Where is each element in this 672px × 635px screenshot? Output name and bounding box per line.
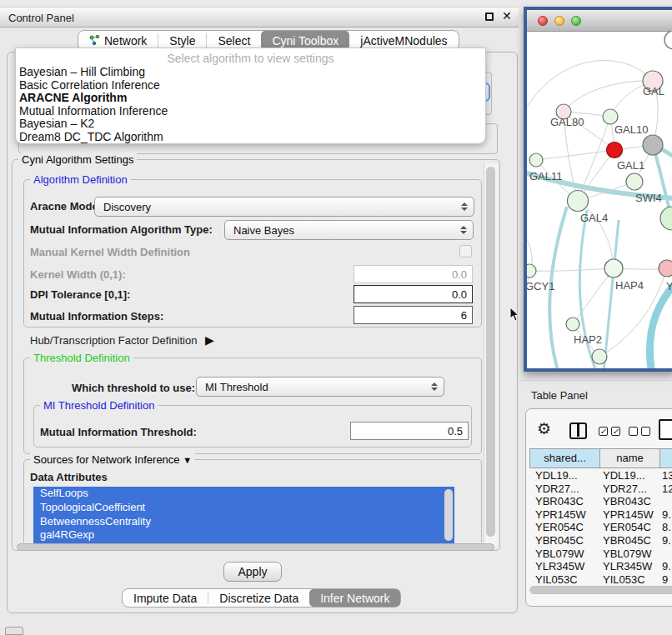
table-row[interactable]: YBR045CYBR045C9. xyxy=(529,534,672,548)
node-label: GAL1 xyxy=(617,159,644,172)
combo-arrows-icon xyxy=(461,202,468,211)
mouse-cursor xyxy=(509,307,520,322)
deselect-all-icon[interactable] xyxy=(629,427,650,436)
table-panel-window: ⚙ ✓✓ shared... name YDL19...YDL19...13 Y… xyxy=(525,408,672,607)
tab-impute-data[interactable]: Impute Data xyxy=(123,589,208,607)
minimize-window-icon[interactable] xyxy=(554,16,564,26)
algorithm-definition-title: Algorithm Definition xyxy=(30,173,131,186)
node-label: GCY1 xyxy=(527,280,554,292)
node-label: GAL10 xyxy=(614,123,648,136)
list-item[interactable]: SelfLoops xyxy=(33,487,454,501)
collapse-down-icon: ▼ xyxy=(183,455,192,465)
dropdown-item[interactable]: Dream8 DC_TDC Algorithm xyxy=(16,131,485,144)
network-node xyxy=(607,142,623,158)
table-row[interactable]: YIL053CYIL053C9 xyxy=(529,573,672,586)
network-node xyxy=(527,264,536,278)
attributes-scrollbar-thumb[interactable] xyxy=(444,489,453,541)
table-row[interactable]: YER054CYER054C8. xyxy=(529,521,672,534)
node-label: GAL11 xyxy=(529,170,563,182)
table-row[interactable]: YPR145WYPR145W9. xyxy=(529,508,672,522)
table-row[interactable]: YBL079WYBL079W xyxy=(529,548,672,561)
network-node xyxy=(603,109,618,124)
collapsed-panel-icon[interactable] xyxy=(5,627,23,635)
aracne-mode-combo[interactable]: Discovery xyxy=(94,197,474,217)
dropdown-item[interactable]: Mutual Information Inference xyxy=(16,105,485,118)
network-window: GAL GAL80 GAL10 GAL1 GAL11 SWI4 GAL4 GCY… xyxy=(524,7,672,372)
dpi-tolerance-label: DPI Tolerance [0,1]: xyxy=(30,288,130,301)
network-node xyxy=(660,207,672,230)
network-node xyxy=(643,135,663,155)
sources-group-title[interactable]: Sources for Network Inference ▼ xyxy=(30,453,195,466)
which-threshold-combo[interactable]: MI Threshold xyxy=(196,377,444,397)
algorithm-dropdown-popup: Select algorithm to view settings Bayesi… xyxy=(15,48,486,144)
close-panel-icon[interactable]: ✕ xyxy=(502,9,512,22)
aracne-mode-label: Aracne Mode: xyxy=(30,200,102,212)
network-node xyxy=(664,32,672,49)
table-row[interactable]: YLR345WYLR345W9. xyxy=(529,560,672,573)
table-row[interactable]: YBR043CYBR043C xyxy=(529,495,672,508)
dropdown-placeholder: Select algorithm to view settings xyxy=(16,51,485,66)
list-item[interactable]: TopologicalCoefficient xyxy=(33,501,454,515)
column-header-name[interactable]: name xyxy=(600,449,660,468)
select-all-icon[interactable]: ✓✓ xyxy=(599,427,620,436)
node-label: Y xyxy=(666,280,672,292)
network-node xyxy=(566,318,579,331)
data-attributes-list[interactable]: SelfLoops TopologicalCoefficient Between… xyxy=(33,487,454,543)
mi-steps-field[interactable]: 6 xyxy=(354,306,473,324)
tab-infer-network[interactable]: Infer Network xyxy=(309,589,400,607)
application-window: Control Panel ✕ Network Style Select Cyn… xyxy=(0,0,672,635)
data-attributes-label: Data Attributes xyxy=(30,471,108,483)
table-panel-divider xyxy=(519,380,672,381)
zoom-window-icon[interactable] xyxy=(571,16,581,26)
manual-kernel-checkbox[interactable] xyxy=(459,245,472,258)
node-label: GAL80 xyxy=(550,116,584,128)
table-hscrollbar[interactable] xyxy=(529,586,672,594)
node-label: GAL xyxy=(643,85,664,98)
hub-definition-toggle[interactable]: Hub/Transcription Factor Definition ▶ xyxy=(30,333,214,347)
settings-hscrollbar[interactable] xyxy=(17,543,494,551)
bottom-tabs: Impute Data Discretize Data Infer Networ… xyxy=(122,588,401,608)
close-window-icon[interactable] xyxy=(538,16,548,26)
network-node xyxy=(568,191,589,212)
network-canvas[interactable]: GAL GAL80 GAL10 GAL1 GAL11 SWI4 GAL4 GCY… xyxy=(527,32,672,368)
settings-group-title: Cyni Algorithm Settings xyxy=(18,153,137,166)
node-label: HAP4 xyxy=(615,279,644,292)
node-label: HAP2 xyxy=(574,333,602,346)
table-body[interactable]: YDL19...YDL19...13 YDR27...YDR27...12 YB… xyxy=(529,469,672,586)
dpi-tolerance-field[interactable]: 0.0 xyxy=(354,285,473,303)
table-settings-gear-icon[interactable]: ⚙ xyxy=(537,419,551,438)
table-row[interactable]: YDR27...YDR27...12 xyxy=(529,482,672,496)
which-threshold-label: Which threshold to use: xyxy=(72,382,195,394)
network-node xyxy=(529,153,543,167)
dropdown-item[interactable]: Bayesian – K2 xyxy=(16,118,485,131)
tab-discretize-data[interactable]: Discretize Data xyxy=(208,589,309,607)
dropdown-item-selected[interactable]: ARACNE Algorithm xyxy=(16,92,485,105)
kernel-width-field[interactable]: 0.0 xyxy=(354,265,473,283)
column-selector-icon[interactable] xyxy=(569,422,587,439)
network-window-titlebar[interactable] xyxy=(527,10,672,32)
mi-threshold-definition-title: MI Threshold Definition xyxy=(40,399,158,412)
network-node xyxy=(659,260,672,277)
table-panel-title: Table Panel xyxy=(531,389,588,402)
column-header-shared[interactable]: shared... xyxy=(530,449,600,468)
settings-vscrollbar-thumb[interactable] xyxy=(486,167,495,537)
list-item[interactable]: BetweennessCentrality xyxy=(33,515,454,529)
dropdown-item[interactable]: Basic Correlation Inference xyxy=(16,79,485,92)
dropdown-item[interactable]: Bayesian – Hill Climbing xyxy=(16,66,485,79)
mi-type-label: Mutual Information Algorithm Type: xyxy=(30,223,213,236)
mi-type-combo[interactable]: Naive Bayes xyxy=(224,220,474,240)
control-panel-titlebar: Control Panel ✕ xyxy=(0,7,519,28)
table-row[interactable]: YDL19...YDL19...13 xyxy=(529,469,672,482)
apply-button[interactable]: Apply xyxy=(223,562,282,582)
mi-threshold-field[interactable]: 0.5 xyxy=(350,422,469,440)
node-label: SWI4 xyxy=(635,192,662,204)
table-hscrollbar-thumb[interactable] xyxy=(530,587,672,593)
panel-title: Control Panel xyxy=(8,12,74,24)
list-item[interactable]: gal4RGexp xyxy=(33,528,454,542)
new-table-icon[interactable] xyxy=(659,419,672,440)
float-panel-icon[interactable] xyxy=(485,12,494,21)
combo-arrows-icon xyxy=(431,382,438,391)
mi-threshold-label: Mutual Information Threshold: xyxy=(40,426,197,438)
column-header-partial[interactable] xyxy=(660,449,672,468)
manual-kernel-label: Manual Kernel Width Definition xyxy=(30,246,190,258)
